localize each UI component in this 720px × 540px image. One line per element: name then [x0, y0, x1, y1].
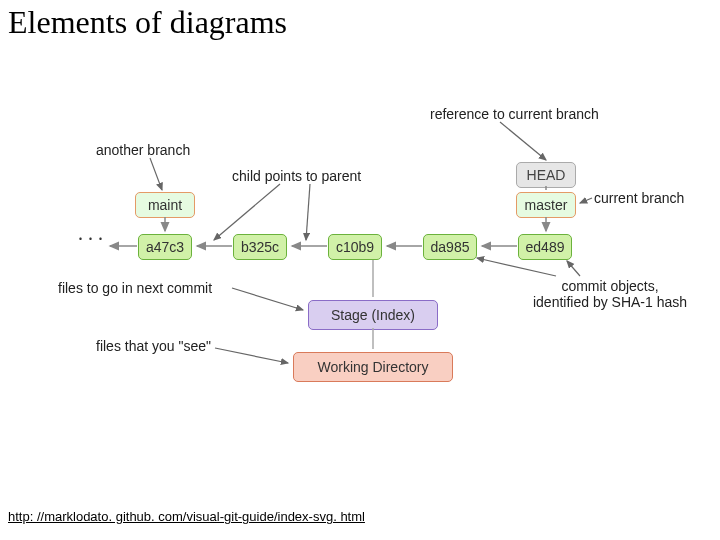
svg-line-12 [306, 184, 310, 240]
svg-line-14 [580, 198, 592, 203]
label-ref-current: reference to current branch [430, 106, 599, 122]
commit-3: da985 [423, 234, 477, 260]
commit-4: ed489 [518, 234, 572, 260]
commit-0: a47c3 [138, 234, 192, 260]
ellipsis-icon: · · · [78, 228, 103, 251]
svg-line-18 [477, 258, 556, 276]
label-current-branch: current branch [594, 190, 684, 206]
label-files-you-see: files that you "see" [96, 338, 211, 354]
svg-line-11 [214, 184, 280, 240]
head-box: HEAD [516, 162, 576, 188]
label-files-next-commit: files to go in next commit [58, 280, 212, 296]
svg-line-16 [215, 348, 288, 363]
svg-line-13 [500, 122, 546, 160]
source-link[interactable]: http: //marklodato. github. com/visual-g… [8, 509, 365, 524]
stage-box: Stage (Index) [308, 300, 438, 330]
commit-1: b325c [233, 234, 287, 260]
label-commit-objects-2: identified by SHA-1 hash [520, 294, 700, 310]
svg-line-17 [567, 261, 580, 276]
diagram-canvas: reference to current branch another bran… [0, 0, 720, 540]
label-commit-objects-1: commit objects, [530, 278, 690, 294]
label-another-branch: another branch [96, 142, 190, 158]
commit-2: c10b9 [328, 234, 382, 260]
svg-line-15 [232, 288, 303, 310]
label-child-parent: child points to parent [232, 168, 361, 184]
branch-maint: maint [135, 192, 195, 218]
branch-master: master [516, 192, 576, 218]
arrows-layer [0, 0, 720, 540]
svg-line-10 [150, 158, 162, 190]
working-directory-box: Working Directory [293, 352, 453, 382]
